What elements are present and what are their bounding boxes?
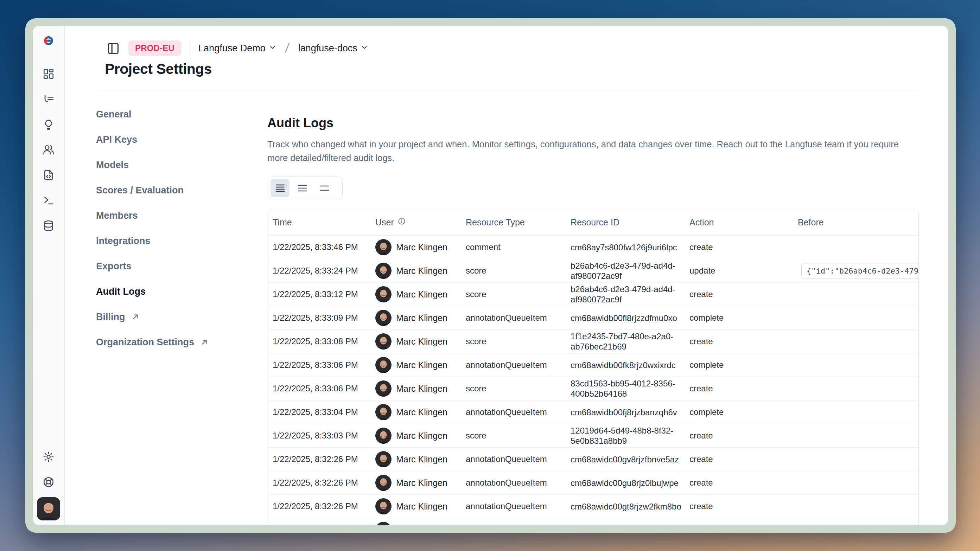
langfuse-logo (41, 35, 56, 48)
settings-nav-models[interactable]: Models (96, 158, 209, 172)
table-row[interactable]: 1/22/2025, 8:33:03 PMMarc Klingenscore12… (268, 424, 918, 448)
settings-nav-audit-logs[interactable]: Audit Logs (96, 284, 209, 299)
cell-resource-type: annotationQueueItem (461, 478, 566, 488)
cell-resource-id: cm68awidb00fl8rjzzdfmu0xo (566, 313, 685, 323)
user-name: Marc Klingen (396, 478, 447, 488)
prompts-icon[interactable] (43, 119, 54, 130)
table-body: 1/22/2025, 8:33:46 PMMarc Klingencomment… (268, 236, 918, 525)
table-row[interactable]: 1/22/2025, 8:32:26 PMMarc Klingenannotat… (268, 495, 918, 518)
cell-resource-type: comment (461, 242, 566, 252)
table-row[interactable]: 1/22/2025, 8:32:26 PMMarc Klingenannotat… (268, 448, 918, 471)
settings-nav-exports[interactable]: Exports (96, 259, 209, 273)
nav-item-label: Exports (96, 261, 132, 272)
cell-before (794, 471, 918, 494)
cell-time: 1/22/2025, 8:33:06 PM (268, 384, 371, 394)
settings-nav-billing[interactable]: Billing (96, 310, 209, 324)
cell-action: create (685, 289, 794, 299)
cell-resource-id: cm68awidc00gt8rjzw2fkm8bo (566, 502, 685, 511)
cell-time: 1/22/2025, 8:33:04 PM (268, 407, 371, 417)
cell-time: 1/22/2025, 8:32:26 PM (268, 454, 371, 464)
cell-action: update (685, 266, 794, 276)
column-header-label: Resource Type (466, 217, 525, 227)
settings-nav-members[interactable]: Members (96, 208, 209, 222)
cell-resource-id: cm68ay7s800fw126j9uri6lpc (566, 242, 685, 252)
cell-before (794, 306, 918, 329)
rows-short-button[interactable] (315, 179, 334, 197)
cell-before (794, 400, 918, 424)
user-name: Marc Klingen (396, 454, 447, 465)
terminal-icon[interactable] (43, 194, 54, 206)
cell-resource-id: b26ab4c6-d2e3-479d-ad4d-af980072ac9f (566, 260, 685, 281)
table-row[interactable]: 1/22/2025, 8:33:06 PMMarc Klingenscore83… (268, 377, 918, 400)
cell-resource-type: score (461, 384, 566, 394)
column-header-time: Time (268, 217, 371, 227)
users-icon[interactable] (43, 144, 54, 156)
playground-icon[interactable] (43, 169, 54, 181)
cell-resource-id: cm68awidc00gu8rjz0lbujwpe (566, 478, 685, 488)
rows-medium-button[interactable] (293, 179, 312, 197)
page-title: Project Settings (105, 61, 212, 77)
datasets-icon[interactable] (43, 220, 54, 232)
cell-user: Marc Klingen (371, 498, 461, 514)
nav-item-label: Organization Settings (96, 337, 194, 348)
settings-nav-organization-settings[interactable]: Organization Settings (96, 335, 209, 349)
cell-action: create (685, 502, 794, 511)
user-avatar (375, 381, 391, 397)
tracing-icon[interactable] (43, 93, 54, 105)
user-avatar (375, 404, 391, 420)
project-selector[interactable]: langfuse-docs (298, 43, 368, 54)
table-row[interactable]: 1/22/2025, 8:32:26 PMMarc Klingenannotat… (268, 518, 918, 525)
column-header-resource-id: Resource ID (566, 217, 685, 227)
cell-resource-type: annotationQueueItem (461, 313, 566, 323)
table-row[interactable]: 1/22/2025, 8:33:08 PMMarc Klingenscore1f… (268, 330, 918, 353)
column-header-before: Before (794, 217, 918, 227)
cell-time: 1/22/2025, 8:32:26 PM (268, 502, 371, 511)
cell-resource-type: score (461, 289, 566, 299)
external-link-icon (131, 312, 140, 321)
cell-before: {"id":"b26ab4c6-d2e3-479d-a (794, 259, 918, 283)
table-row[interactable]: 1/22/2025, 8:33:06 PMMarc Klingenannotat… (268, 353, 918, 377)
nav-item-label: General (96, 109, 132, 120)
cell-resource-type: annotationQueueItem (461, 454, 566, 464)
breadcrumb: PROD-EU Langfuse Demo langfuse-docs (107, 40, 368, 57)
cell-resource-id: 83cd1563-bb95-4012-8356-400b52b64168 (566, 378, 685, 399)
org-selector[interactable]: Langfuse Demo (198, 43, 277, 54)
user-name: Marc Klingen (396, 431, 447, 441)
nav-item-label: Models (96, 160, 129, 170)
sidebar-toggle-icon[interactable] (107, 41, 120, 55)
before-json-preview[interactable]: {"id":"b26ab4c6-d2e3-479d-a (801, 263, 918, 279)
settings-nav-general[interactable]: General (96, 107, 209, 121)
cell-user: Marc Klingen (371, 522, 461, 525)
cell-action: create (685, 384, 794, 394)
settings-nav-api-keys[interactable]: API Keys (96, 133, 209, 147)
table-row[interactable]: 1/22/2025, 8:33:12 PMMarc Klingenscoreb2… (268, 283, 918, 306)
cell-before (794, 236, 918, 259)
settings-nav-scores-evaluation[interactable]: Scores / Evaluation (96, 183, 209, 197)
cell-resource-id: 12019d64-5d49-48b8-8f32-5e0b831a8bb9 (566, 426, 685, 446)
user-avatar (375, 475, 391, 491)
breadcrumb-divider (189, 42, 190, 54)
user-avatar[interactable] (37, 497, 60, 521)
table-row[interactable]: 1/22/2025, 8:33:46 PMMarc Klingencomment… (268, 236, 918, 259)
nav-item-label: Members (96, 210, 138, 221)
cell-resource-type: annotationQueueItem (461, 502, 566, 511)
support-icon[interactable] (43, 476, 54, 488)
rows-tall-button[interactable] (270, 179, 290, 197)
table-row[interactable]: 1/22/2025, 8:33:24 PMMarc Klingenscoreb2… (268, 259, 918, 283)
cell-resource-type: score (461, 431, 566, 441)
info-icon[interactable] (398, 217, 406, 227)
cell-time: 1/22/2025, 8:33:06 PM (268, 360, 371, 370)
user-avatar (375, 263, 391, 279)
user-avatar (375, 310, 391, 326)
row-height-toggle-group (268, 176, 343, 199)
cell-resource-id: cm68awidb00fk8rjz0wxixrdc (566, 360, 685, 370)
nav-item-label: Billing (96, 311, 125, 322)
cell-before (794, 424, 918, 447)
dashboard-icon[interactable] (43, 68, 54, 80)
settings-icon[interactable] (43, 451, 54, 463)
table-row[interactable]: 1/22/2025, 8:33:09 PMMarc Klingenannotat… (268, 306, 918, 330)
settings-nav-integrations[interactable]: Integrations (96, 234, 209, 248)
table-row[interactable]: 1/22/2025, 8:33:04 PMMarc Klingenannotat… (268, 400, 918, 424)
cell-resource-type: score (461, 266, 566, 276)
table-row[interactable]: 1/22/2025, 8:32:26 PMMarc Klingenannotat… (268, 471, 918, 495)
